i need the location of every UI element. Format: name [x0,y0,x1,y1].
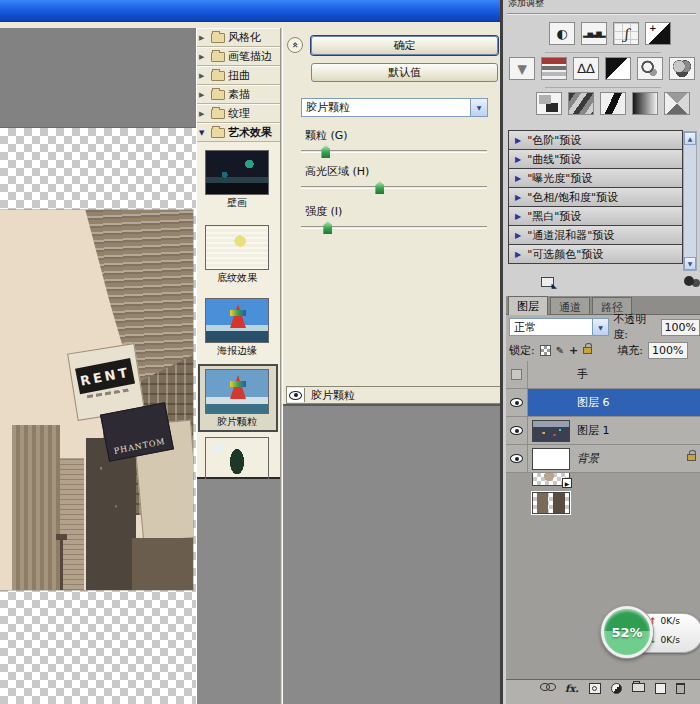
highlight-slider-track[interactable] [301,186,487,189]
filter-thumb-fresco[interactable]: 壁画 [204,150,270,210]
switch-panel-icon[interactable] [684,276,694,286]
tree-item-sketch[interactable]: ▶ 素描 [197,85,280,104]
lock-transparency-icon[interactable] [540,345,551,356]
vibrance-icon[interactable]: ▼ [509,57,535,80]
fresco-thumbnail-image[interactable] [205,150,269,195]
blend-mode-dropdown[interactable]: 正常 ▼ [509,318,609,336]
triangle-icon[interactable]: ▶ [515,212,521,221]
defaults-button[interactable]: 默认值 [311,63,498,82]
dialog-title-bar[interactable] [0,0,500,22]
exposure-icon[interactable]: + [645,22,671,45]
posteredges-thumbnail-image[interactable] [205,298,269,343]
layer-name[interactable]: 图层 1 [577,423,610,438]
channel-mixer-icon[interactable] [669,57,695,80]
preset-curves[interactable]: ▶"曲线"预设 [508,149,683,169]
speed-percent-badge[interactable]: 52% [601,606,653,658]
intensity-slider-track[interactable] [301,226,487,229]
clip-to-layer-icon[interactable] [541,277,554,287]
layer-row-hand[interactable]: ▶ 手 [506,361,700,389]
layer-row-layer1[interactable]: 图层 1 [506,417,700,445]
grain-slider-thumb[interactable] [321,145,330,158]
grain-slider-track[interactable] [301,150,487,153]
layer-style-fx-icon[interactable]: fx. [565,683,579,694]
tree-item-distort[interactable]: ▶ 扭曲 [197,66,280,85]
delete-layer-icon[interactable] [676,683,685,694]
layer-row-layer6-selected[interactable]: 图层 6 [506,389,700,417]
triangle-icon[interactable]: ▶ [515,231,521,240]
tab-layers[interactable]: 图层 [508,296,548,315]
network-speed-widget[interactable]: ↑ 0K/s ↓ 0K/s 52% [601,606,700,662]
color-balance-icon[interactable]: ∆∆ [573,57,599,80]
lock-paint-icon[interactable]: ✎ [556,345,564,356]
triangle-icon[interactable]: ▶ [515,136,521,145]
gradient-map-icon[interactable] [632,92,658,115]
tree-item-artistic[interactable]: ▼ 艺术效果 [197,123,280,142]
levels-icon[interactable]: ▂▅▃▆▂ [581,22,607,45]
presets-scrollbar[interactable]: ▲ ▼ [683,131,697,271]
triangle-icon[interactable]: ▶ [515,174,521,183]
tab-channels[interactable]: 通道 [550,297,590,314]
preset-black-white[interactable]: ▶"黑白"预设 [508,206,683,226]
chevron-down-icon[interactable]: ▼ [470,99,487,116]
triangle-icon[interactable]: ▶ [515,193,521,202]
layer-name[interactable]: 背景 [577,451,599,466]
black-white-icon[interactable] [605,57,631,80]
underpainting-thumbnail-image[interactable] [205,225,269,270]
filter-thumb-filmgrain-selected[interactable]: 胶片颗粒 [204,369,270,429]
lock-move-icon[interactable]: + [569,344,578,357]
preset-selective-color[interactable]: ▶"可选颜色"预设 [508,244,683,264]
collapsed-triangle-icon[interactable]: ▶ [199,72,208,80]
new-group-icon[interactable] [632,683,645,692]
tree-item-stylize[interactable]: ▶ 风格化 [197,28,280,47]
applied-filter-row[interactable]: 胶片颗粒 [286,386,501,404]
layer-thumbnail[interactable] [532,420,570,442]
add-mask-icon[interactable] [589,683,601,694]
threshold-icon[interactable] [600,92,626,115]
highlight-slider-thumb[interactable] [375,181,384,194]
new-adjustment-layer-icon[interactable] [611,683,622,694]
triangle-icon[interactable]: ▶ [515,155,521,164]
visibility-toggle[interactable] [506,389,528,416]
watercolor-thumbnail-image[interactable] [205,437,269,482]
filmgrain-thumbnail-image[interactable] [205,369,269,414]
filter-visibility-toggle[interactable] [287,388,305,402]
selective-color-icon[interactable] [664,92,690,115]
preset-channel-mixer[interactable]: ▶"通道混和器"预设 [508,225,683,245]
scroll-down-icon[interactable]: ▼ [684,257,696,270]
layer-name[interactable]: 图层 6 [577,395,610,410]
filter-thumb-underpainting[interactable]: 底纹效果 [204,225,270,285]
collapsed-triangle-icon[interactable]: ▶ [199,53,208,61]
filter-thumb-posteredges[interactable]: 海报边缘 [204,298,270,358]
expanded-triangle-icon[interactable]: ▼ [199,129,208,137]
collapsed-triangle-icon[interactable]: ▶ [199,34,208,42]
hue-saturation-icon[interactable] [541,57,567,80]
filter-select-dropdown[interactable]: 胶片颗粒 ▼ [301,98,488,117]
tree-item-brushstrokes[interactable]: ▶ 画笔描边 [197,47,280,66]
preset-exposure[interactable]: ▶"曝光度"预设 [508,168,683,188]
layer-thumbnail[interactable] [532,448,570,470]
posterize-icon[interactable] [568,92,594,115]
scroll-up-icon[interactable]: ▲ [684,132,696,145]
document-canvas[interactable]: RENT PHANTOM [0,28,196,704]
collapse-thumbnails-button[interactable]: « [287,37,303,53]
chevron-down-icon[interactable]: ▼ [592,319,608,335]
invert-icon[interactable] [536,92,562,115]
brightness-contrast-icon[interactable]: ◐ [549,22,575,45]
ok-button[interactable]: 确定 [311,36,498,55]
collapsed-triangle-icon[interactable]: ▶ [199,110,208,118]
visibility-toggle[interactable] [506,361,528,388]
layer-thumbnail[interactable] [532,492,570,514]
tree-item-texture[interactable]: ▶ 纹理 [197,104,280,123]
collapsed-triangle-icon[interactable]: ▶ [199,91,208,99]
curves-icon[interactable]: ʃ [613,22,639,45]
layer-name[interactable]: 手 [577,367,588,382]
fill-field[interactable]: 100% [648,342,687,359]
visibility-toggle[interactable] [506,445,528,472]
photo-filter-icon[interactable] [637,57,663,80]
preset-hue-saturation[interactable]: ▶"色相/饱和度"预设 [508,187,683,207]
layer-row-background[interactable]: 背景 [506,445,700,473]
triangle-icon[interactable]: ▶ [515,250,521,259]
visibility-toggle[interactable] [506,417,528,444]
preset-levels[interactable]: ▶"色阶"预设 [508,130,683,150]
opacity-field[interactable]: 100% [661,319,700,336]
